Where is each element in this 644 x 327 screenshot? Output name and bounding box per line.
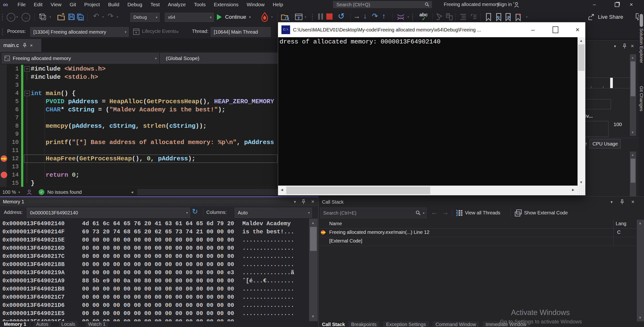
menu-item-view[interactable]: View bbox=[46, 0, 66, 9]
lifecycle-events-label[interactable]: Lifecycle Events bbox=[142, 29, 177, 34]
tab-memory-1[interactable]: Memory 1 bbox=[0, 321, 30, 327]
memory-vscrollbar[interactable]: ▲ ▼ bbox=[309, 219, 318, 321]
menu-item-analyze[interactable]: Analyze bbox=[164, 0, 190, 9]
menu-item-window[interactable]: Window bbox=[242, 0, 269, 9]
console-window[interactable]: C:\ C:\Users\MALDEV01\Desktop\My-code\Fr… bbox=[278, 22, 586, 195]
columns-combo[interactable]: Auto▾ bbox=[235, 208, 312, 218]
menu-item-debug[interactable]: Debug bbox=[123, 0, 146, 9]
tab-cpu-usage[interactable]: CPU Usage bbox=[590, 139, 621, 149]
scroll-left-icon[interactable]: ◄ bbox=[280, 188, 284, 192]
threads-dropdown-icon[interactable]: ▾ bbox=[408, 15, 409, 19]
open-folder-icon[interactable] bbox=[57, 13, 66, 21]
fold-marker[interactable]: – bbox=[24, 91, 30, 96]
scroll-down-icon[interactable]: ▼ bbox=[580, 180, 583, 184]
column-header-name[interactable]: Name bbox=[329, 221, 342, 226]
scroll-up-icon[interactable]: ▲ bbox=[638, 221, 642, 225]
memory-row[interactable]: 0x0000013F6490214F69 73 20 74 68 65 20 6… bbox=[0, 228, 318, 236]
side-tab-git-changes[interactable]: Git Changes bbox=[639, 86, 644, 111]
scroll-down-icon[interactable]: ▼ bbox=[638, 316, 642, 319]
tab-main-c[interactable]: main.c × bbox=[0, 39, 41, 52]
column-header-lang[interactable]: Lang bbox=[616, 221, 626, 226]
previous-bookmark-icon[interactable] bbox=[494, 13, 502, 21]
sign-in-person-icon[interactable]: + bbox=[512, 1, 519, 8]
memory-row[interactable]: 0x0000013F649021D600 00 00 00 00 00 00 0… bbox=[0, 301, 318, 309]
editor-health-icon[interactable] bbox=[26, 189, 32, 195]
live-share-button[interactable]: Live Share bbox=[587, 13, 623, 22]
browser-window-icon[interactable] bbox=[295, 13, 303, 21]
tab-watch-1[interactable]: Watch 1 bbox=[86, 321, 108, 327]
memory-hex-view[interactable]: 0x0000013F649021404d 61 6c 64 65 76 20 4… bbox=[0, 219, 318, 321]
step-into-icon[interactable]: ↓ bbox=[363, 13, 367, 20]
scrollbar-thumb[interactable] bbox=[578, 45, 584, 71]
show-threads-in-source-icon[interactable] bbox=[396, 13, 405, 21]
scrollbar-thumb[interactable] bbox=[630, 62, 635, 96]
menu-item-build[interactable]: Build bbox=[104, 0, 123, 9]
hot-reload-dropdown-icon[interactable]: ▾ bbox=[271, 15, 273, 19]
pin-icon[interactable] bbox=[620, 199, 624, 205]
window-restore-button[interactable] bbox=[611, 0, 623, 9]
browser-dropdown-icon[interactable]: ▾ bbox=[305, 15, 306, 19]
comment-lines-icon[interactable] bbox=[470, 13, 478, 21]
console-title-bar[interactable]: C:\ C:\Users\MALDEV01\Desktop\My-code\Fr… bbox=[278, 22, 585, 37]
solution-configuration-combo[interactable]: Debug▾ bbox=[130, 13, 160, 22]
memory-row[interactable]: 0x0000013F6490215E00 00 00 00 00 00 00 0… bbox=[0, 236, 318, 244]
toolbar-drag-handle[interactable] bbox=[412, 14, 414, 21]
code-line-6[interactable]: 6 CHAR* cString = ("Maldev Academy is th… bbox=[0, 106, 278, 114]
chevron-down-icon[interactable]: ▾ bbox=[611, 200, 612, 204]
lifecycle-dropdown-icon[interactable]: ▾ bbox=[177, 30, 178, 34]
navigate-back-icon[interactable]: ← bbox=[7, 13, 15, 22]
chevron-down-icon[interactable]: ▾ bbox=[614, 44, 616, 49]
thread-combo[interactable]: [10644] Main Thread bbox=[211, 27, 271, 37]
code-line-14[interactable]: 14 return 0; bbox=[0, 171, 278, 179]
resize-grip[interactable] bbox=[578, 186, 585, 195]
scroll-up-icon[interactable]: ▲ bbox=[580, 39, 583, 43]
pin-icon[interactable] bbox=[301, 199, 306, 204]
show-external-code-button[interactable]: Show External Code bbox=[524, 210, 568, 216]
scrollbar-thumb[interactable] bbox=[630, 159, 635, 183]
scroll-up-icon[interactable]: ▲ bbox=[631, 153, 634, 157]
menu-item-file[interactable]: File bbox=[14, 0, 30, 9]
console-minimize-button[interactable]: – bbox=[525, 22, 540, 37]
sign-in-button[interactable]: Sign in bbox=[497, 2, 512, 7]
code-line-1[interactable]: 1#include <Windows.h> bbox=[0, 65, 278, 73]
hot-reload-icon[interactable] bbox=[260, 12, 269, 22]
search-icon[interactable] bbox=[416, 210, 421, 216]
step-over-icon[interactable]: ↷ bbox=[372, 13, 378, 20]
callstack-search-box[interactable]: Search (Ctrl+E) ▾ bbox=[320, 208, 426, 218]
toggle-bookmark-icon[interactable] bbox=[485, 13, 492, 21]
project-scope-combo[interactable]: ++ Freeing allocated memory ▾ bbox=[2, 53, 159, 63]
memory-panel-header[interactable]: Memory 1 ▾ × bbox=[0, 197, 318, 206]
code-line-9[interactable]: 9 bbox=[0, 130, 278, 138]
scroll-right-icon[interactable]: ► bbox=[571, 188, 575, 192]
view-all-threads-button[interactable]: View all Threads bbox=[465, 210, 500, 216]
memory-row[interactable]: 0x0000013F6490218B00 00 00 00 00 00 00 0… bbox=[0, 260, 318, 269]
menu-item-test[interactable]: Test bbox=[146, 0, 164, 9]
zoom-dropdown-icon[interactable]: ▾ bbox=[18, 190, 20, 194]
scrollbar-thumb[interactable] bbox=[640, 14, 643, 27]
console-maximize-button[interactable] bbox=[548, 22, 563, 37]
refresh-icon[interactable]: ↻ bbox=[192, 207, 198, 216]
code-line-11[interactable]: 11 bbox=[0, 146, 278, 155]
window-close-button[interactable]: × bbox=[625, 0, 637, 9]
undo-icon[interactable]: ↶ bbox=[93, 13, 99, 20]
tab-exception-settings[interactable]: Exception Settings bbox=[383, 321, 429, 327]
memory-row[interactable]: 0x0000013F649021A988 5b e9 00 0a 00 80 0… bbox=[0, 277, 318, 285]
code-line-5[interactable]: 5 PVOID pAddress = HeapAlloc(GetProcessH… bbox=[0, 98, 278, 106]
show-next-statement-icon[interactable]: → bbox=[353, 13, 360, 20]
side-tab-solution-explorer[interactable]: Solution Explorer bbox=[639, 28, 644, 63]
memory-row[interactable]: 0x0000013F649021E500 00 00 00 00 00 00 0… bbox=[0, 309, 318, 318]
callstack-frame[interactable]: Freeing allocated memory.exe!main(...) L… bbox=[319, 228, 637, 237]
console-close-button[interactable]: × bbox=[570, 22, 585, 37]
next-bookmark-icon[interactable] bbox=[504, 13, 512, 21]
search-dropdown-icon[interactable]: ▾ bbox=[423, 211, 424, 215]
tab-locals[interactable]: Locals bbox=[59, 321, 78, 327]
chevron-down-icon[interactable]: ▾ bbox=[294, 199, 296, 204]
diagnostics-vscrollbar-2[interactable]: ▲ bbox=[630, 152, 636, 197]
select-pointer-icon[interactable] bbox=[435, 13, 443, 21]
scroll-down-icon[interactable]: ▼ bbox=[631, 131, 634, 134]
memory-row[interactable]: 0x0000013F6490219A00 00 00 00 00 00 00 0… bbox=[0, 269, 318, 277]
memory-row[interactable]: 0x0000013F649021B800 00 00 00 00 00 00 0… bbox=[0, 285, 318, 293]
code-map-icon[interactable] bbox=[445, 13, 453, 21]
code-line-4[interactable]: 4int main() { bbox=[0, 89, 278, 98]
close-icon[interactable]: × bbox=[631, 199, 634, 205]
